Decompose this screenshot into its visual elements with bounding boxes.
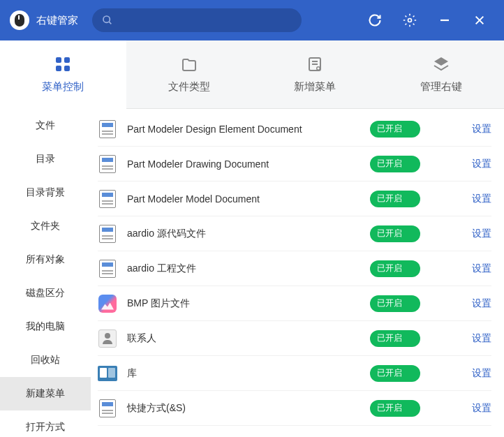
sidebar-item[interactable]: 文件 (0, 109, 91, 142)
minimize-button[interactable] (437, 13, 452, 28)
settings-link[interactable]: 设置 (472, 228, 491, 240)
toggle-enabled[interactable]: 已开启 (370, 330, 420, 347)
row-label: 联系人 (127, 332, 360, 345)
svg-line-1 (109, 22, 111, 24)
sidebar-item[interactable]: 目录背景 (0, 176, 91, 209)
doc-icon (98, 189, 117, 209)
sidebar: 文件目录目录背景文件夹所有对象磁盘区分我的电脑回收站新建菜单打开方式IE右键 (0, 109, 91, 437)
contact-icon (98, 329, 117, 348)
tab-add-menu[interactable]: 新增菜单 (252, 40, 378, 108)
row-label: BMP 图片文件 (127, 297, 360, 310)
tab-menu-control[interactable]: 菜单控制 (0, 40, 126, 108)
toggle-track (433, 367, 448, 380)
content: 文件目录目录背景文件夹所有对象磁盘区分我的电脑回收站新建菜单打开方式IE右键 P… (0, 109, 504, 437)
svg-point-0 (103, 16, 110, 22)
sidebar-item[interactable]: 打开方式 (0, 410, 91, 437)
list-row: 快捷方式(&S)已开启设置 (98, 391, 491, 426)
row-label: aardio 源代码文件 (127, 228, 360, 240)
folder-icon (180, 55, 198, 73)
tab-file-type[interactable]: 文件类型 (126, 40, 253, 108)
settings-link[interactable]: 设置 (472, 297, 491, 310)
tab-manage[interactable]: 管理右键 (378, 40, 505, 108)
svg-rect-7 (64, 57, 70, 63)
document-plus-icon (306, 55, 324, 73)
sidebar-item[interactable]: 我的电脑 (0, 310, 91, 343)
list-row: Part Modeler Model Document已开启设置 (98, 182, 491, 216)
row-label: Part Modeler Model Document (127, 193, 360, 205)
sidebar-item[interactable]: 磁盘区分 (0, 276, 91, 310)
search-icon (102, 15, 113, 26)
settings-link[interactable]: 设置 (472, 158, 491, 170)
svg-marker-16 (434, 57, 448, 66)
list-row: Part Modeler Design Element Document已开启设… (98, 112, 491, 147)
lib-icon (98, 364, 117, 383)
row-label: Part Modeler Design Element Document (127, 124, 360, 135)
toggle-track (433, 193, 448, 205)
grid-icon (54, 55, 72, 73)
doc-icon (98, 259, 117, 279)
tab-label: 菜单控制 (42, 80, 84, 94)
toggle-track (433, 228, 448, 240)
svg-rect-8 (56, 66, 61, 71)
toggle-enabled[interactable]: 已开启 (370, 121, 420, 138)
row-label: 库 (127, 367, 360, 380)
list: Part Modeler Design Element Document已开启设… (91, 109, 504, 437)
svg-point-2 (408, 19, 412, 22)
toggle-enabled[interactable]: 已开启 (370, 365, 420, 382)
row-label: aardio 工程文件 (127, 262, 360, 275)
toggle-enabled[interactable]: 已开启 (370, 191, 420, 207)
list-row: aardio 源代码文件已开启设置 (98, 216, 491, 251)
layers-icon (432, 55, 450, 73)
svg-rect-6 (56, 57, 61, 63)
tabs: 菜单控制 文件类型 新增菜单 管理右键 (0, 40, 504, 109)
tab-label: 管理右键 (420, 80, 462, 94)
sidebar-item[interactable]: 目录 (0, 142, 91, 176)
settings-link[interactable]: 设置 (472, 402, 491, 415)
toggle-enabled[interactable]: 已开启 (370, 400, 420, 417)
svg-rect-9 (64, 66, 70, 71)
toggle-track (433, 297, 448, 310)
bmp-icon (98, 294, 117, 313)
list-row: 联系人已开启设置 (98, 321, 491, 356)
titlebar: 右键管家 (0, 0, 504, 40)
toggle-track (433, 158, 448, 170)
list-row: 库已开启设置 (98, 356, 491, 391)
settings-button[interactable] (402, 13, 417, 28)
toggle-track (433, 332, 448, 345)
tab-label: 文件类型 (168, 80, 210, 94)
settings-link[interactable]: 设置 (472, 262, 491, 275)
doc-icon (98, 224, 117, 244)
settings-link[interactable]: 设置 (472, 193, 491, 205)
toggle-track (433, 262, 448, 275)
search-input[interactable] (119, 15, 292, 26)
tab-label: 新增菜单 (294, 80, 336, 94)
toggle-enabled[interactable]: 已开启 (370, 225, 420, 242)
list-row: BMP 图片文件已开启设置 (98, 286, 491, 321)
sidebar-item[interactable]: 文件夹 (0, 209, 91, 243)
toggle-track (433, 123, 448, 135)
sidebar-item[interactable]: 回收站 (0, 343, 91, 377)
doc-icon (98, 399, 117, 418)
toggle-track (433, 402, 448, 415)
row-label: Part Modeler Drawing Document (127, 158, 360, 170)
doc-icon (98, 154, 117, 174)
settings-link[interactable]: 设置 (472, 332, 491, 345)
list-row: Part Modeler Drawing Document已开启设置 (98, 147, 491, 182)
refresh-button[interactable] (367, 13, 383, 28)
settings-link[interactable]: 设置 (472, 367, 491, 380)
app-title: 右键管家 (36, 14, 78, 27)
doc-icon (98, 119, 117, 139)
close-button[interactable] (472, 13, 487, 28)
list-row: aardio 工程文件已开启设置 (98, 251, 491, 286)
search-box[interactable] (92, 8, 302, 32)
toggle-enabled[interactable]: 已开启 (370, 260, 420, 277)
row-label: 快捷方式(&S) (127, 402, 360, 415)
toggle-enabled[interactable]: 已开启 (370, 156, 420, 172)
sidebar-item[interactable]: 所有对象 (0, 243, 91, 276)
sidebar-item[interactable]: 新建菜单 (0, 377, 91, 410)
toggle-enabled[interactable]: 已开启 (370, 295, 420, 312)
settings-link[interactable]: 设置 (472, 123, 491, 135)
app-logo (10, 10, 29, 30)
